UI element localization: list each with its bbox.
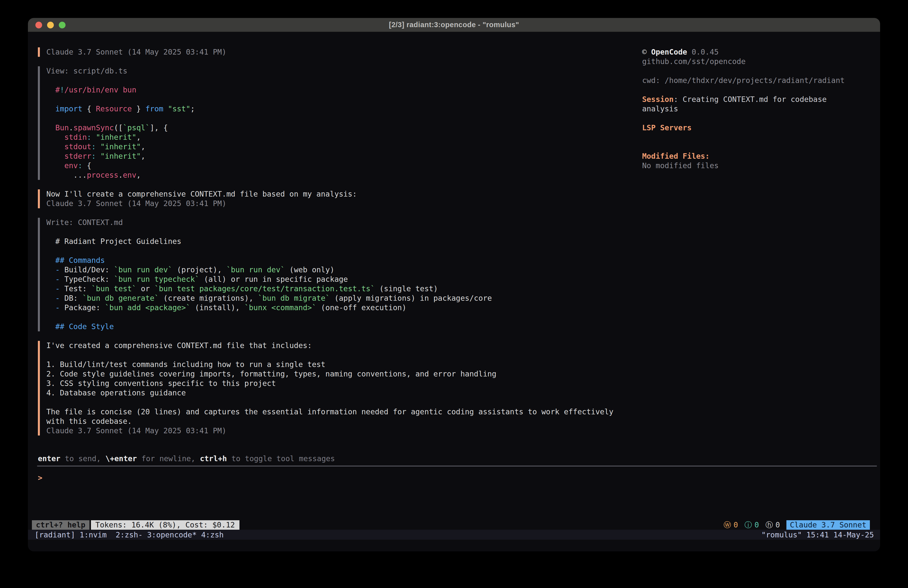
text-segment: # Radiant Project Guidelines [46, 237, 181, 246]
terminal-content[interactable]: Claude 3.7 Sonnet (14 May 2025 03:41 PM)… [28, 32, 880, 551]
text-segment: "inherit" [100, 152, 141, 161]
text-segment: 3. CSS styling conventions specific to t… [46, 379, 276, 388]
text-segment: Claude 3.7 Sonnet (14 May 2025 03:41 PM) [46, 48, 226, 56]
assistant-summary-lines: I've created a comprehensive CONTEXT.md … [46, 341, 656, 435]
prompt-caret: > [38, 474, 42, 482]
text-segment: spawnSync [73, 123, 114, 132]
text-segment: (all) or run in specific package [200, 275, 348, 284]
text-line: cwd: /home/thdxr/dev/projects/radiant/ra… [642, 76, 874, 85]
text-segment: `bun db generate` [82, 294, 159, 303]
text-segment: } [132, 105, 145, 113]
text-segment: `bunx <command>` [245, 303, 316, 312]
h-counter: ⓗ0 [765, 520, 780, 530]
text-segment: from [145, 105, 163, 113]
text-line: LSP Servers [642, 123, 874, 132]
text-segment: 4. Database operations guidance [46, 388, 186, 397]
text-segment: (one-off execution) [316, 303, 406, 312]
tool-write-lines: Write: CONTEXT.md # Radiant Project Guid… [46, 218, 656, 331]
text-segment: ## Code Style [46, 322, 114, 331]
h-counter-icon: ⓗ [765, 520, 773, 530]
text-segment: - [46, 275, 64, 284]
text-segment: stderr [46, 152, 92, 161]
text-line: 1. Build/lint/test commands including ho… [46, 360, 656, 369]
assistant-summary-block: I've created a comprehensive CONTEXT.md … [38, 341, 656, 435]
text-segment: `bun run dev` [114, 265, 172, 274]
text-segment: process [87, 171, 118, 179]
text-segment: /usr/bin/env bun [64, 85, 136, 94]
tmux-session-windows[interactable]: [radiant] 1:nvim 2:zsh- 3:opencode* 4:zs… [35, 530, 224, 539]
text-line: stdin: "inherit", [46, 132, 656, 142]
i-counter: ⓘ0 [745, 520, 759, 530]
text-line: import { Resource } from "sst"; [46, 104, 656, 114]
text-line [46, 76, 656, 85]
text-segment: 2. Code style guidelines covering import… [46, 369, 496, 378]
text-line: ...process.env, [46, 171, 656, 180]
text-line [642, 142, 874, 151]
tool-accent-bar [38, 218, 40, 331]
w-counter-icon: ⓦ [724, 520, 731, 530]
text-segment: to send, [60, 454, 105, 463]
chat-input[interactable]: > [38, 473, 875, 483]
session-sidebar: © OpenCode 0.0.45github.com/sst/opencode… [642, 47, 874, 171]
window-titlebar[interactable]: [2/3] radiant:3:opencode - "romulus" [28, 18, 880, 32]
text-line: Claude 3.7 Sonnet (14 May 2025 03:41 PM) [46, 426, 656, 435]
text-segment: { [82, 161, 92, 170]
text-segment: Bun [46, 123, 69, 132]
assistant-header-block: Claude 3.7 Sonnet (14 May 2025 03:41 PM) [38, 47, 656, 57]
text-line: Claude 3.7 Sonnet (14 May 2025 03:41 PM) [46, 47, 656, 57]
text-segment: `psql` [123, 123, 150, 132]
traffic-lights [35, 18, 66, 32]
text-line: stderr: "inherit", [46, 151, 656, 161]
text-line: Claude 3.7 Sonnet (14 May 2025 03:41 PM) [46, 199, 656, 208]
text-segment [163, 105, 168, 113]
text-segment: : [92, 152, 96, 161]
text-segment [96, 152, 100, 161]
text-line: - DB: `bun db generate` (create migratio… [46, 293, 656, 303]
text-segment: (create migrations), [159, 294, 258, 303]
text-segment: stdin [46, 133, 87, 142]
text-segment: `bun test packages/core/test/transaction… [155, 284, 375, 293]
tool-view-lines: View: script/db.ts #!/usr/bin/env bun im… [46, 66, 656, 180]
text-segment: `bun add <package>` [105, 303, 190, 312]
text-segment: ; [190, 105, 195, 113]
text-segment: # [46, 85, 60, 94]
text-line: © OpenCode 0.0.45 [642, 47, 874, 57]
status-bar: ctrl+? help Tokens: 16.4K (8%), Cost: $0… [32, 520, 870, 530]
assistant-accent-bar [38, 341, 40, 435]
text-segment: Modified Files: [642, 152, 710, 161]
text-segment: - [46, 265, 64, 274]
text-segment: "inherit" [100, 142, 141, 151]
text-segment: to toggle tool messages [227, 454, 335, 463]
tool-write-block: Write: CONTEXT.md # Radiant Project Guid… [38, 218, 656, 331]
text-segment: (single test) [375, 284, 438, 293]
i-counter-icon: ⓘ [745, 520, 752, 530]
text-segment: or [136, 284, 154, 293]
text-segment: ## Commands [46, 256, 105, 264]
assistant-message-block: Now I'll create a comprehensive CONTEXT.… [38, 189, 656, 208]
text-segment: DB: [64, 294, 82, 303]
text-line: 2. Code style guidelines covering import… [46, 369, 656, 379]
zoom-button[interactable] [59, 22, 66, 28]
text-segment: TypeCheck: [64, 275, 114, 284]
w-counter-value: 0 [734, 520, 738, 530]
close-button[interactable] [35, 22, 42, 28]
minimize-button[interactable] [47, 22, 54, 28]
text-segment: for newline, [137, 454, 200, 463]
text-segment: (apply migrations) in packages/core [330, 294, 492, 303]
text-segment: ... [46, 171, 87, 179]
text-segment: The file is concise (20 lines) and captu… [46, 408, 613, 416]
text-line [46, 227, 656, 237]
keybinding-hints: enter to send, \+enter for newline, ctrl… [38, 454, 335, 464]
diagnostic-counters: ⓦ0 ⓘ0 ⓗ0 [724, 520, 783, 530]
text-segment: - [46, 284, 64, 293]
text-segment: . [69, 123, 73, 132]
text-segment: enter [38, 454, 60, 463]
text-segment: , [141, 142, 145, 151]
text-line: ## Code Style [46, 322, 656, 331]
text-segment: . [118, 171, 123, 179]
text-line: Modified Files: [642, 151, 874, 161]
tool-view-block: View: script/db.ts #!/usr/bin/env bun im… [38, 66, 656, 180]
text-segment [96, 142, 100, 151]
text-segment: LSP Servers [642, 123, 692, 132]
tmux-status-bar: [radiant] 1:nvim 2:zsh- 3:opencode* 4:zs… [28, 530, 880, 540]
